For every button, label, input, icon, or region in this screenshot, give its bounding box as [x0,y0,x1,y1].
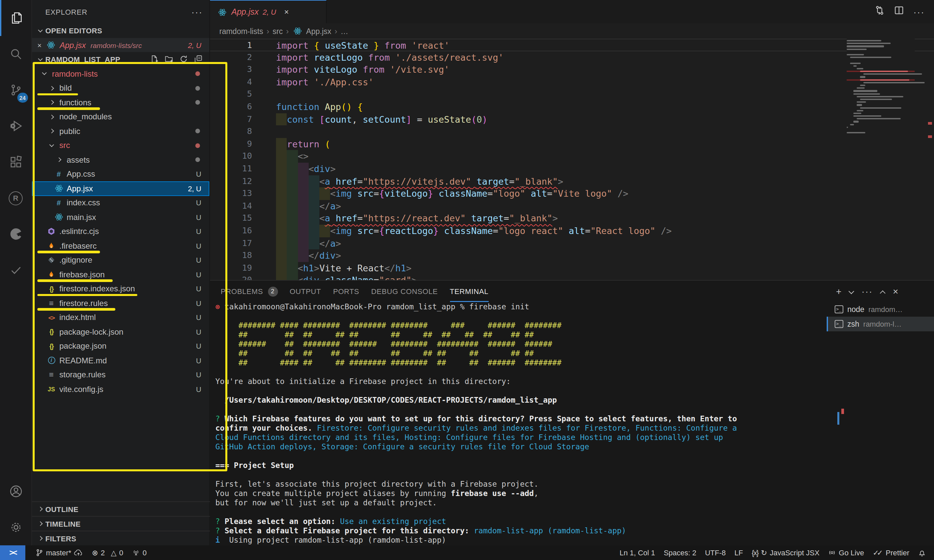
tree-item-node_modules[interactable]: node_modules [32,110,209,124]
editor-scrollbar[interactable] [915,38,934,280]
collapse-all-icon[interactable] [194,54,203,64]
encoding-status[interactable]: UTF-8 [705,545,726,560]
code-line-11[interactable]: 11 <div> [210,163,934,175]
sidebar-section-filters[interactable]: FILTERS [32,531,210,545]
terminal[interactable]: ⊗ takahiromoon@TakahironoMacBook-Pro ram… [210,302,845,546]
code-line-16[interactable]: 16 <img src={reactLogo} className="logo … [210,225,934,237]
code-line-17[interactable]: 17 </a> [210,237,934,249]
tree-item-main.jsx[interactable]: main.jsxU [32,210,209,224]
terminal-instance-zsh[interactable]: >_zshramdom-l… [827,317,934,331]
breadcrumb[interactable]: ramdom-lists›src›App.jsx›… [210,23,934,38]
tree-item-ramdom-lists[interactable]: ramdom-lists [32,67,209,81]
tree-item-index.css[interactable]: #index.cssU [32,196,209,210]
explorer-icon[interactable] [0,0,32,36]
new-folder-icon[interactable] [165,54,173,64]
tree-item-src[interactable]: src [32,138,209,153]
tree-item-package-lock.json[interactable]: {}package-lock.jsonU [32,325,209,339]
indentation-status[interactable]: Spaces: 2 [664,545,696,560]
code-line-15[interactable]: 15 <a href="https://react.dev" target="_… [210,212,934,225]
code-editor[interactable]: 1import { useState } from 'react'2import… [210,38,934,280]
prettier-status[interactable]: ✓✓ Prettier [872,545,909,560]
problems-status[interactable]: ⊗2 △0 [92,545,123,560]
notifications-bell[interactable] [918,545,926,560]
tree-item-public[interactable]: public [32,124,209,138]
refresh-icon[interactable] [179,54,188,64]
close-icon[interactable]: × [37,41,42,49]
breadcrumb-item[interactable]: src [273,27,283,35]
explorer-more-icon[interactable]: ··· [191,6,203,17]
code-line-10[interactable]: 10 <> [210,150,934,163]
tree-item-.firebaserc[interactable]: .firebasercU [32,238,209,253]
code-line-13[interactable]: 13 <img src={viteLogo} className="logo" … [210,187,934,200]
new-file-icon[interactable] [150,54,158,64]
project-header[interactable]: RAMDOM_LIST_APP [32,52,209,67]
tab-close-icon[interactable]: × [284,7,289,17]
panel-tab-debug-console[interactable]: DEBUG CONSOLE [371,281,438,302]
tree-item-assets[interactable]: assets [32,153,209,167]
open-editor-item[interactable]: × App.jsx ramdom-lists/src 2, U [32,38,209,52]
code-line-7[interactable]: 7 const [count, setCount] = useState(0) [210,113,934,125]
code-line-20[interactable]: 20 <div className="card"> [210,274,934,280]
tree-item-index.html[interactable]: <>index.htmlU [32,310,209,325]
ports-status[interactable]: 0 [132,545,147,560]
source-control-icon[interactable]: 24 [0,72,32,108]
language-mode[interactable]: {x} ↻ JavaScript JSX [752,545,819,560]
code-line-12[interactable]: 12 <a href="https://vitejs.dev" target="… [210,175,934,187]
tree-item-vite.config.js[interactable]: JSvite.config.jsU [32,382,209,396]
panel-maximize-icon[interactable] [880,290,886,296]
code-line-19[interactable]: 19 <h1>Vite + React</h1> [210,262,934,274]
sidebar-section-timeline[interactable]: TIMELINE [32,516,210,531]
code-line-14[interactable]: 14 </a> [210,200,934,212]
sidebar-section-outline[interactable]: OUTLINE [32,502,210,516]
code-line-1[interactable]: 1import { useState } from 'react' [210,38,934,51]
new-terminal-icon[interactable]: + [836,286,841,297]
tree-item-functions[interactable]: functions [32,95,209,110]
terminal-instance-node[interactable]: >_noderamdom… [827,302,934,317]
panel-more-icon[interactable]: ··· [861,286,872,297]
split-editor-icon[interactable] [894,5,904,18]
tree-item-firestore.indexes.json[interactable]: {}firestore.indexes.jsonU [32,282,209,296]
panel-close-icon[interactable]: × [892,286,898,297]
git-branch-status[interactable]: master* [35,545,83,560]
breadcrumb-item[interactable]: App.jsx [306,27,331,35]
tree-item-bild[interactable]: bild [32,81,209,95]
search-icon[interactable] [0,36,32,72]
open-changes-icon[interactable] [875,5,885,18]
extension-pacman-icon[interactable] [0,216,32,252]
tree-item-storage.rules[interactable]: ≡storage.rulesU [32,368,209,382]
eol-status[interactable]: LF [734,545,743,560]
tree-item-README.md[interactable]: iREADME.mdU [32,353,209,368]
panel-tab-ports[interactable]: PORTS [333,281,359,302]
tree-item-.eslintrc.cjs[interactable]: .eslintrc.cjsU [32,224,209,238]
tree-item-firebase.json[interactable]: firebase.jsonU [32,267,209,282]
code-runner-icon[interactable]: R [0,180,32,216]
code-line-8[interactable]: 8 [210,125,934,138]
terminal-dropdown-icon[interactable] [849,289,854,294]
tree-item-.gitignore[interactable]: .gitignoreU [32,253,209,267]
account-icon[interactable] [0,473,32,509]
editor-more-icon[interactable]: ··· [913,6,925,17]
panel-tab-terminal[interactable]: TERMINAL [450,281,488,302]
extensions-icon[interactable] [0,144,32,180]
code-line-18[interactable]: 18 </div> [210,249,934,262]
tree-item-App.css[interactable]: #App.cssU [32,167,209,182]
tree-item-firestore.rules[interactable]: ≡firestore.rulesU [32,296,209,310]
breadcrumb-item[interactable]: ramdom-lists [219,27,263,35]
cursor-position[interactable]: Ln 1, Col 1 [620,545,655,560]
breadcrumb-item[interactable]: … [341,27,348,35]
code-line-3[interactable]: 3import viteLogo from '/vite.svg' [210,63,934,76]
code-line-9[interactable]: 9 return ( [210,138,934,150]
minimap[interactable] [847,38,915,280]
remote-indicator[interactable]: >< [0,545,25,560]
go-live-button[interactable]: Go Live [828,545,864,560]
settings-gear-icon[interactable] [0,509,32,545]
run-debug-icon[interactable] [0,108,32,144]
panel-tab-output[interactable]: OUTPUT [290,281,321,302]
code-line-6[interactable]: 6function App() { [210,101,934,113]
open-editors-header[interactable]: OPEN EDITORS [32,23,209,38]
tab-app-jsx[interactable]: App.jsx 2, U × [210,0,327,23]
check-extension-icon[interactable] [0,252,32,288]
code-line-5[interactable]: 5 [210,88,934,101]
tree-item-App.jsx[interactable]: App.jsx2, U [32,182,209,196]
tree-item-package.json[interactable]: {}package.jsonU [32,339,209,353]
